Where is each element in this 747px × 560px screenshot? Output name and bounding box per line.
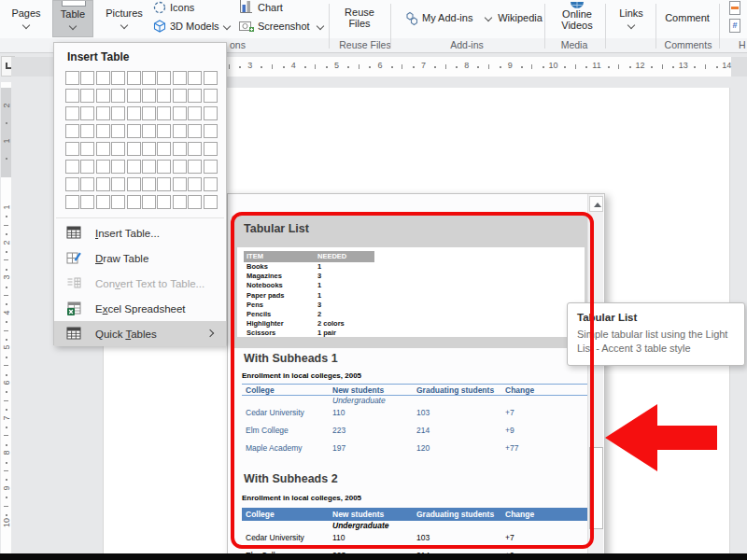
grid-cell[interactable] [80, 195, 94, 209]
reuse-files-button[interactable]: Reuse Files [332, 0, 387, 37]
grid-cell[interactable] [65, 124, 79, 138]
header-icon[interactable] [729, 1, 740, 15]
grid-cell[interactable] [204, 124, 218, 138]
grid-cell[interactable] [157, 106, 171, 120]
grid-cell[interactable] [80, 89, 94, 103]
grid-cell[interactable] [204, 89, 218, 103]
gallery-item-with-subheads-1[interactable]: With Subheads 1 Enrollment in local coll… [228, 348, 590, 469]
grid-cell[interactable] [96, 124, 110, 138]
grid-cell[interactable] [142, 160, 156, 174]
grid-cell[interactable] [127, 71, 141, 85]
grid-cell[interactable] [142, 124, 156, 138]
grid-cell[interactable] [204, 177, 218, 191]
grid-cell[interactable] [111, 89, 125, 103]
grid-cell[interactable] [142, 89, 156, 103]
grid-cell[interactable] [127, 89, 141, 103]
grid-cell[interactable] [188, 124, 202, 138]
grid-cell[interactable] [80, 160, 94, 174]
grid-cell[interactable] [142, 71, 156, 85]
grid-cell[interactable] [173, 177, 187, 191]
grid-cell[interactable] [80, 106, 94, 120]
grid-cell[interactable] [204, 160, 218, 174]
3d-models-button[interactable]: 3D Models [148, 18, 237, 35]
grid-cell[interactable] [157, 142, 171, 156]
grid-cell[interactable] [157, 89, 171, 103]
grid-cell[interactable] [127, 142, 141, 156]
my-add-ins-button[interactable]: My Add-ins [398, 6, 497, 32]
grid-cell[interactable] [80, 142, 94, 156]
grid-cell[interactable] [96, 89, 110, 103]
grid-cell[interactable] [96, 106, 110, 120]
grid-cell[interactable] [96, 177, 110, 191]
grid-cell[interactable] [157, 160, 171, 174]
screenshot-button[interactable]: Screenshot [235, 18, 329, 35]
grid-cell[interactable] [111, 106, 125, 120]
grid-cell[interactable] [111, 195, 125, 209]
chart-button[interactable]: Chart [235, 0, 314, 17]
grid-cell[interactable] [65, 195, 79, 209]
gallery-item-tabular-list[interactable]: Tabular List ITEMNEEDEDBooks1Magazines3N… [232, 216, 590, 348]
grid-cell[interactable] [188, 106, 202, 120]
grid-cell[interactable] [204, 195, 218, 209]
grid-cell[interactable] [65, 160, 79, 174]
table-button[interactable]: Table [52, 0, 93, 37]
pages-button[interactable]: Pages [4, 0, 49, 37]
grid-cell[interactable] [65, 142, 79, 156]
grid-cell[interactable] [204, 142, 218, 156]
icons-button[interactable]: Icons [148, 0, 228, 17]
grid-cell[interactable] [188, 195, 202, 209]
grid-cell[interactable] [96, 195, 110, 209]
grid-cell[interactable] [204, 106, 218, 120]
grid-cell[interactable] [80, 124, 94, 138]
grid-cell[interactable] [111, 142, 125, 156]
grid-cell[interactable] [127, 177, 141, 191]
grid-cell[interactable] [111, 177, 125, 191]
grid-cell[interactable] [188, 89, 202, 103]
gallery-scrollbar[interactable] [587, 194, 603, 560]
grid-cell[interactable] [111, 71, 125, 85]
links-button[interactable]: Links [611, 0, 652, 37]
menu-item-quick-tables[interactable]: Quick Tables [54, 321, 226, 346]
grid-cell[interactable] [188, 142, 202, 156]
grid-cell[interactable] [173, 106, 187, 120]
grid-cell[interactable] [65, 89, 79, 103]
grid-cell[interactable] [65, 106, 79, 120]
grid-cell[interactable] [127, 195, 141, 209]
grid-cell[interactable] [127, 124, 141, 138]
grid-cell[interactable] [80, 177, 94, 191]
online-videos-button[interactable]: Online Videos [551, 0, 603, 37]
grid-cell[interactable] [157, 124, 171, 138]
grid-cell[interactable] [173, 142, 187, 156]
grid-cell[interactable] [65, 177, 79, 191]
comment-button[interactable]: Comment [659, 6, 715, 32]
grid-cell[interactable] [173, 71, 187, 85]
grid-cell[interactable] [173, 160, 187, 174]
grid-cell[interactable] [65, 71, 79, 85]
grid-cell[interactable] [173, 124, 187, 138]
grid-cell[interactable] [96, 142, 110, 156]
menu-item-excel-spreadsheet[interactable]: Excel Spreadsheet [54, 296, 226, 321]
scrollbar-thumb[interactable] [589, 447, 603, 529]
grid-cell[interactable] [173, 89, 187, 103]
grid-cell[interactable] [142, 142, 156, 156]
grid-cell[interactable] [127, 106, 141, 120]
grid-cell[interactable] [157, 71, 171, 85]
grid-cell[interactable] [111, 124, 125, 138]
grid-cell[interactable] [80, 71, 94, 85]
pictures-button[interactable]: Pictures [95, 0, 153, 37]
grid-cell[interactable] [111, 160, 125, 174]
grid-cell[interactable] [142, 177, 156, 191]
menu-item-draw-table[interactable]: Draw Table [54, 245, 226, 271]
grid-cell[interactable] [157, 195, 171, 209]
wikipedia-button[interactable]: Wikipedia [495, 6, 545, 32]
grid-cell[interactable] [127, 160, 141, 174]
menu-item-convert-text-to-table[interactable]: Convert Text to Table... [54, 271, 226, 296]
scroll-up-button[interactable] [589, 196, 603, 212]
page-number-icon[interactable]: # [729, 19, 740, 33]
gallery-item-with-subheads-2[interactable]: With Subheads 2 Enrollment in local coll… [228, 469, 590, 560]
grid-cell[interactable] [204, 71, 218, 85]
grid-cell[interactable] [188, 177, 202, 191]
grid-cell[interactable] [96, 71, 110, 85]
grid-cell[interactable] [188, 71, 202, 85]
menu-item-insert-table[interactable]: Insert Table... [54, 220, 226, 245]
